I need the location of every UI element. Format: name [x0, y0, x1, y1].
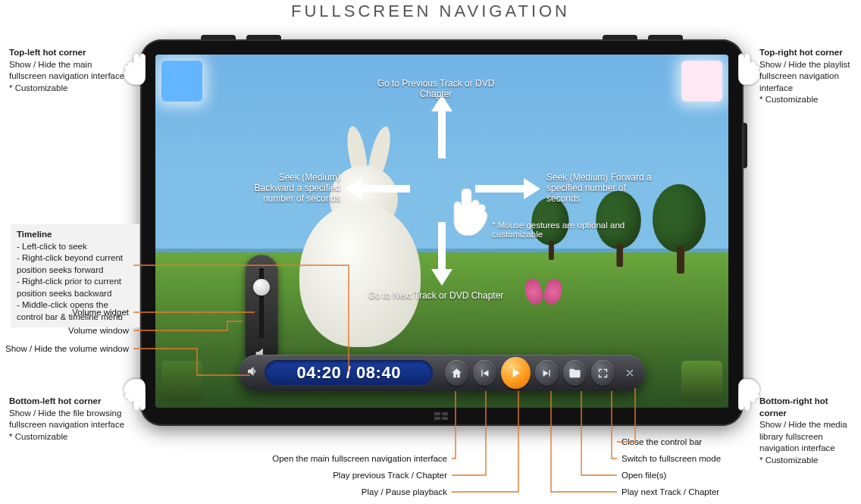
time-current: 04:20 — [296, 363, 341, 382]
fullscreen-button[interactable] — [591, 360, 615, 386]
play-pause-button[interactable] — [501, 357, 531, 389]
next-button[interactable] — [535, 360, 559, 386]
tablet-home-icon — [429, 411, 455, 421]
hotcorner-top-right[interactable] — [681, 61, 722, 102]
time-total: 08:40 — [356, 363, 401, 382]
volume-toggle-button[interactable] — [245, 365, 260, 381]
label-close-button: Close the control bar — [621, 437, 702, 446]
gesture-label-up: Go to Previous Track or DVD Chapter — [368, 78, 504, 99]
previous-button[interactable] — [473, 360, 496, 386]
video-screen[interactable]: Go to Previous Track or DVD Chapter Go t… — [155, 55, 728, 408]
tablet-device: Go to Previous Track or DVD Chapter Go t… — [140, 39, 744, 426]
label-next-button: Play next Track / Chapter — [621, 487, 719, 496]
gesture-label-down: Go to Next Track or DVD Chapter — [368, 290, 504, 301]
label-fullscreen-button: Switch to fullscreen mode — [621, 454, 721, 463]
svg-marker-0 — [431, 95, 452, 158]
gesture-note: * Mouse gestures are optional and custom… — [492, 221, 636, 239]
hotcorner-top-left[interactable] — [161, 61, 202, 102]
timeline[interactable]: 04:20 / 08:40 — [265, 360, 433, 386]
callout-bottom-right: Bottom-right hot corner Show / Hide the … — [753, 391, 861, 471]
open-file-button[interactable] — [563, 360, 587, 386]
video-content-illustration — [277, 135, 443, 347]
callout-top-left: Top-left hot corner Show / Hide the main… — [3, 42, 132, 99]
svg-rect-5 — [442, 412, 448, 415]
svg-marker-2 — [345, 178, 410, 199]
label-volume-widget: Volume widget — [3, 308, 129, 317]
gesture-label-right: Seek (Medium) Forward a specified number… — [546, 172, 654, 204]
volume-widget[interactable] — [253, 279, 270, 296]
svg-rect-4 — [434, 412, 440, 415]
volume-window[interactable] — [245, 255, 278, 368]
gesture-hand-icon — [449, 184, 495, 236]
label-show-hide-volume: Show / Hide the volume window — [3, 344, 129, 353]
label-open-button: Open file(s) — [621, 471, 666, 480]
svg-rect-7 — [442, 417, 448, 420]
home-button[interactable] — [445, 360, 468, 386]
label-home-button: Open the main fullscreen navigation inte… — [243, 454, 447, 463]
label-play-button: Play / Pause playback — [243, 487, 447, 496]
label-volume-window: Volume window — [3, 326, 129, 335]
svg-rect-6 — [434, 417, 440, 420]
page-title: FULLSCREEN NAVIGATION — [0, 0, 861, 21]
control-bar: 04:20 / 08:40 — [239, 355, 645, 391]
gesture-label-left: Seek (Medium) Backward a specified numbe… — [243, 172, 340, 204]
hotcorner-bottom-right[interactable] — [681, 361, 722, 402]
callout-top-right: Top-right hot corner Show / Hide the pla… — [753, 42, 861, 111]
callout-bottom-left: Bottom-left hot corner Show / Hide the f… — [3, 391, 132, 447]
label-prev-button: Play previous Track / Chapter — [243, 471, 447, 480]
hotcorner-bottom-left[interactable] — [161, 361, 202, 402]
close-controlbar-button[interactable] — [621, 363, 639, 383]
